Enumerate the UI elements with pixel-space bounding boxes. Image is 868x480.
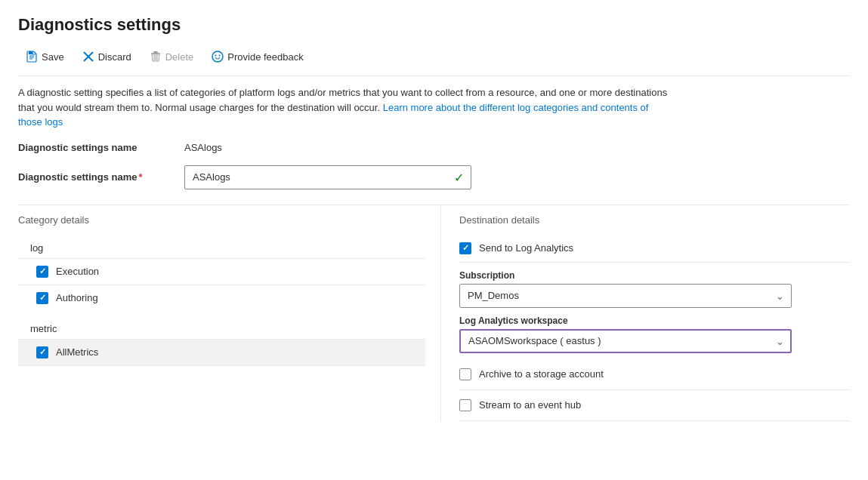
delete-icon [150, 51, 162, 63]
feedback-label: Provide feedback [227, 51, 303, 63]
stream-event-hub-row: Stream to an event hub [459, 390, 850, 421]
form-name-row: Diagnostic settings name* ✓ [18, 165, 850, 189]
save-icon [26, 51, 38, 63]
svg-point-6 [215, 55, 217, 57]
svg-rect-0 [29, 51, 32, 54]
discard-label: Discard [98, 51, 131, 63]
metric-group-label: metric [18, 317, 425, 339]
svg-rect-3 [153, 51, 158, 53]
svg-point-5 [212, 51, 223, 62]
stream-event-hub-label: Stream to an event hub [479, 399, 581, 411]
delete-button[interactable]: Delete [142, 47, 202, 66]
log-group-label: log [18, 235, 425, 258]
metric-group: metric AllMetrics [18, 317, 425, 366]
category-item-execution: Execution [18, 258, 425, 285]
page-title: Diagnostics settings [18, 15, 850, 35]
destination-section-title: Destination details [459, 214, 850, 226]
feedback-icon [212, 51, 224, 63]
svg-point-7 [219, 55, 221, 57]
settings-name-static-label: Diagnostic settings name [18, 142, 184, 153]
name-input-wrapper: ✓ [184, 165, 471, 189]
workspace-section: Log Analytics workspace ASAOMSworkspace … [459, 315, 850, 353]
input-valid-icon: ✓ [454, 170, 464, 184]
allmetrics-label: AllMetrics [56, 346, 98, 358]
workspace-select[interactable]: ASAOMSworkspace ( eastus ) [459, 329, 792, 353]
diagnostic-name-input[interactable] [184, 165, 471, 189]
page-container: Diagnostics settings Save Discard Delete [0, 0, 868, 480]
send-log-analytics-label: Send to Log Analytics [479, 242, 573, 254]
workspace-label: Log Analytics workspace [459, 315, 850, 326]
allmetrics-checkbox[interactable] [36, 346, 48, 358]
feedback-button[interactable]: Provide feedback [204, 47, 310, 66]
settings-name-static-row: Diagnostic settings name ASAlogs [18, 142, 850, 153]
authoring-label: Authoring [56, 292, 98, 303]
toolbar: Save Discard Delete Provide feedback [18, 47, 850, 76]
svg-rect-4 [151, 53, 160, 54]
settings-name-static-value: ASAlogs [184, 142, 222, 153]
stream-event-hub-checkbox[interactable] [459, 399, 471, 411]
archive-storage-label: Archive to a storage account [479, 368, 604, 380]
left-column: Category details log Execution Authoring… [18, 205, 441, 421]
send-log-analytics-row: Send to Log Analytics [459, 235, 850, 263]
category-item-allmetrics: AllMetrics [18, 339, 425, 366]
save-button[interactable]: Save [18, 47, 72, 66]
authoring-checkbox[interactable] [36, 292, 48, 304]
workspace-select-wrapper: ASAOMSworkspace ( eastus ) ⌄ [459, 329, 792, 353]
delete-label: Delete [165, 51, 194, 63]
category-section-title: Category details [18, 214, 425, 226]
save-label: Save [42, 51, 64, 63]
discard-button[interactable]: Discard [75, 47, 139, 66]
subscription-select-wrapper: PM_Demos ⌄ [459, 284, 792, 308]
send-log-analytics-checkbox[interactable] [459, 242, 471, 254]
right-column: Destination details Send to Log Analytic… [441, 205, 850, 421]
category-item-authoring: Authoring [18, 285, 425, 311]
execution-checkbox[interactable] [36, 266, 48, 278]
subscription-section: Subscription PM_Demos ⌄ [459, 270, 850, 308]
subscription-select[interactable]: PM_Demos [459, 284, 792, 308]
description-block: A diagnostic setting specifies a list of… [18, 85, 668, 130]
subscription-label: Subscription [459, 270, 850, 281]
execution-label: Execution [56, 266, 99, 277]
discard-icon [82, 51, 94, 63]
form-name-label: Diagnostic settings name* [18, 171, 184, 183]
two-col-layout: Category details log Execution Authoring… [18, 205, 850, 421]
archive-storage-checkbox[interactable] [459, 368, 471, 380]
archive-storage-row: Archive to a storage account [459, 359, 850, 390]
required-indicator: * [138, 171, 142, 183]
